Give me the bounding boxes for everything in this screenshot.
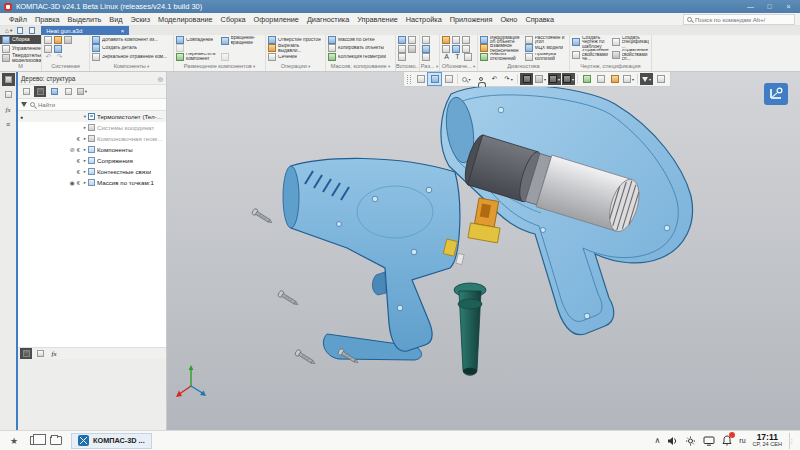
file-manager-icon[interactable] xyxy=(50,436,62,445)
show-desktop-edge[interactable]: ⋮ xyxy=(789,433,793,449)
collision-check-button[interactable]: Проверка коллизий xyxy=(525,53,568,61)
cut-extrude-button[interactable]: Вырезать выдавли... xyxy=(268,44,323,52)
layers-icon[interactable] xyxy=(608,73,621,85)
copy-objects-button[interactable]: Копировать объекты xyxy=(328,44,393,52)
menu-select[interactable]: Выделить xyxy=(64,15,106,24)
close-button[interactable]: × xyxy=(781,0,796,13)
tree-refresh-icon[interactable] xyxy=(62,86,74,97)
menu-help[interactable]: Справка xyxy=(521,15,558,24)
command-search[interactable] xyxy=(683,14,795,25)
menu-window[interactable]: Окно xyxy=(496,15,521,24)
brightness-icon[interactable] xyxy=(685,436,696,446)
gun-left-shell[interactable] xyxy=(283,158,460,360)
grid-array-button[interactable]: Массив по сетке xyxy=(328,36,393,44)
text-tool-icon[interactable]: Т xyxy=(453,53,462,61)
visible-eye-icon[interactable]: ◉ xyxy=(69,179,74,186)
tree-item-layout-geometry[interactable]: € ▸ Компоновочная геометрия xyxy=(18,133,166,144)
orientation-indicator[interactable] xyxy=(764,83,788,105)
menu-manage[interactable]: Управление xyxy=(353,15,402,24)
add-component-button[interactable]: Добавить компонент из... xyxy=(92,36,171,44)
tree-relations-view-icon[interactable] xyxy=(48,86,60,97)
view-scheme-icon[interactable] xyxy=(414,73,427,85)
parameters-panel-tab[interactable] xyxy=(2,88,15,101)
open-doc-tab-icon[interactable] xyxy=(26,26,38,35)
notation-icon-7[interactable] xyxy=(464,53,472,61)
intersection-button[interactable]: Взаимное пересечение xyxy=(480,44,523,52)
nozzle-part[interactable] xyxy=(454,283,486,375)
excluded-flag-icon[interactable]: € xyxy=(77,158,80,164)
view-orientation-icon[interactable] xyxy=(442,73,455,85)
normal-to-icon[interactable]: ↷▾ xyxy=(502,73,515,85)
undo-icon[interactable]: ↶ xyxy=(44,53,53,61)
save-icon[interactable] xyxy=(64,36,72,44)
menu-applications[interactable]: Приложения xyxy=(446,15,497,24)
bottom-tree-tab-icon[interactable] xyxy=(20,348,32,359)
notifications-icon[interactable] xyxy=(722,435,732,446)
notation-icon-5[interactable] xyxy=(452,45,460,53)
mass-properties-button[interactable]: МЦХ модели xyxy=(525,44,568,52)
render-mode-icon[interactable]: ▾ xyxy=(548,73,561,85)
clipboard-icon[interactable] xyxy=(594,73,607,85)
tab-close-icon[interactable]: × xyxy=(121,28,125,34)
new-doc-tab-icon[interactable] xyxy=(14,26,26,35)
pin-icon[interactable]: ◎ xyxy=(158,75,163,82)
menu-layout[interactable]: Оформление xyxy=(250,15,303,24)
aux-plane-icon[interactable] xyxy=(398,36,406,44)
tree-panel-tab[interactable] xyxy=(2,73,15,86)
display-icon[interactable] xyxy=(703,436,715,446)
menu-view[interactable]: Вид xyxy=(105,15,126,24)
hidden-eye-icon[interactable]: ⊘ xyxy=(70,146,75,153)
taskbar-kompas-button[interactable]: КОМПАС-3D ... xyxy=(71,433,152,449)
orbit-icon[interactable]: ↶ xyxy=(488,73,501,85)
tree-expand-all-icon[interactable] xyxy=(20,86,32,97)
section-button[interactable]: Сечение xyxy=(268,53,323,61)
command-search-input[interactable] xyxy=(695,16,791,23)
zoom-icon[interactable]: ▾ xyxy=(460,73,473,85)
deviation-analysis-button[interactable]: Анализ отклонений xyxy=(480,53,523,61)
excluded-flag-icon[interactable]: € xyxy=(77,169,80,175)
notation-icon-4[interactable] xyxy=(442,45,450,53)
scene-settings-icon[interactable]: ▾ xyxy=(622,73,635,85)
mode-management[interactable]: Управление... xyxy=(0,44,42,53)
open-document-icon[interactable] xyxy=(54,36,62,44)
tree-item-coordinate-systems[interactable]: ▸ Системы координат xyxy=(18,122,166,133)
geometry-collection-button[interactable]: Коллекция геометрии xyxy=(328,53,393,61)
display-mode-icon[interactable]: ▾ xyxy=(534,73,547,85)
tree-structure-view-icon[interactable] xyxy=(34,86,46,97)
aux-lcs-icon[interactable] xyxy=(408,45,416,53)
aux-axis-icon[interactable] xyxy=(408,36,416,44)
bottom-variables-tab-icon[interactable]: fx xyxy=(48,348,60,359)
app-launcher-icon[interactable]: ★ xyxy=(7,436,21,446)
clock[interactable]: 17:11 СР, 24 СЕН xyxy=(753,433,782,448)
tree-item-assembly[interactable]: ● ▾ Термопистолет (Тел-0, Сборочных... xyxy=(18,111,166,122)
variables-panel-tab[interactable]: fx xyxy=(2,103,15,116)
tray-expand-icon[interactable]: ∧ xyxy=(654,436,660,445)
print-icon[interactable] xyxy=(44,45,52,53)
mirror-component-button[interactable]: Зеркальное отражение ком... xyxy=(92,53,171,61)
home-tab-icon[interactable]: ⌂▾ xyxy=(3,26,14,35)
toolbar-grip[interactable] xyxy=(407,75,411,84)
maximize-button[interactable]: □ xyxy=(762,0,777,13)
minimize-button[interactable]: — xyxy=(743,0,758,13)
tree-item-mates[interactable]: € ▸ Сопряжения xyxy=(18,155,166,166)
tree-display-options-icon[interactable]: ▾ xyxy=(76,86,88,97)
layout-icon-2[interactable] xyxy=(422,45,430,53)
preview-icon[interactable] xyxy=(54,45,62,53)
rotation-rotation-button[interactable]: Вращение-вращение xyxy=(221,36,264,45)
object-info-button[interactable]: Информация об объекте xyxy=(480,36,523,44)
tab-heat-gun[interactable]: Heat gun.a3d × xyxy=(41,26,129,35)
menu-sketch[interactable]: Эскиз xyxy=(126,15,154,24)
aux-spiral-icon[interactable] xyxy=(398,53,406,61)
menu-edit[interactable]: Правка xyxy=(31,15,64,24)
drawing-properties-button[interactable]: Управление свойствами че... xyxy=(572,49,610,62)
notation-icon-2[interactable] xyxy=(452,36,460,44)
move-component-button[interactable]: Переместить компонент xyxy=(176,53,219,61)
viewport-3d[interactable]: ▾ ↶ ↷▾ ▾ ▾ ▾ ▾ ▾ xyxy=(167,72,800,430)
panel-menu-button[interactable]: ≡ xyxy=(2,118,15,131)
menu-assembly[interactable]: Сборка xyxy=(217,15,250,24)
distance-angle-button[interactable]: Расстояние и угол xyxy=(525,36,568,44)
volume-icon[interactable] xyxy=(667,436,678,446)
tree-item-point-array[interactable]: ◉€ ▸ Массив по точкам:1 xyxy=(18,177,166,188)
clip-mode-icon[interactable] xyxy=(520,73,533,85)
spec-properties-button[interactable]: Управление свойствами сп... xyxy=(612,49,650,62)
